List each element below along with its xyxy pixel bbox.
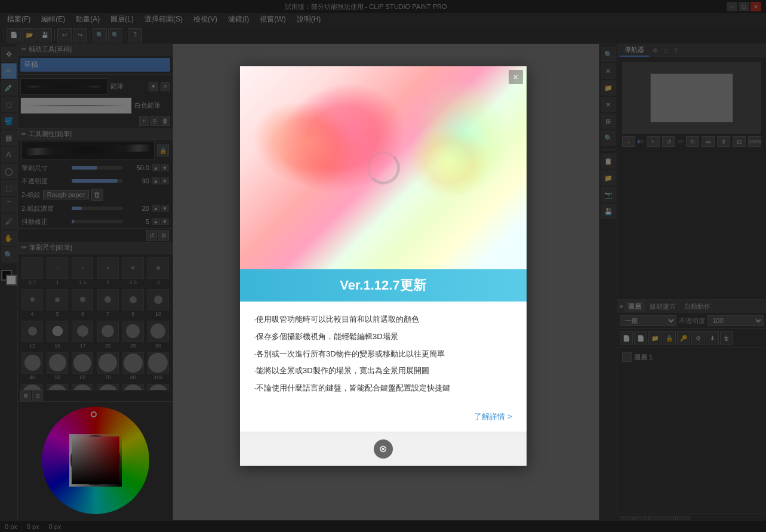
- feature-item-3: ·各別或一次進行所有3D物件的變形或移動比以往更簡單: [254, 346, 512, 363]
- modal-dialog: × Ver.1.12.7更新 ·使用吸管功能時可以比較目前和以前選取的顏色 ·保…: [240, 66, 527, 466]
- modal-overlay[interactable]: × Ver.1.12.7更新 ·使用吸管功能時可以比較目前和以前選取的顏色 ·保…: [0, 0, 766, 532]
- modal-version-text: Ver.1.12.7更新: [340, 278, 426, 293]
- splash-blob-4: [407, 126, 491, 198]
- loading-spinner-container: [367, 151, 400, 184]
- modal-bottom: ⊗: [240, 432, 527, 466]
- modal-detail-link[interactable]: 了解詳情 >: [474, 412, 512, 421]
- feature-item-1: ·使用吸管功能時可以比較目前和以前選取的顏色: [254, 311, 512, 328]
- loading-spinner: [367, 151, 400, 184]
- modal-footer: 了解詳情 >: [240, 407, 527, 432]
- feature-item-2: ·保存多個攝影機視角，能輕鬆編輯3D場景: [254, 328, 512, 346]
- feature-item-5: ·不論使用什麼語言的鍵盤，皆能配合鍵盤配置設定快捷鍵: [254, 380, 512, 397]
- modal-splash-image: [240, 66, 527, 269]
- modal-version-bar: Ver.1.12.7更新: [240, 269, 527, 302]
- modal-bottom-close-icon: ⊗: [379, 443, 387, 454]
- modal-bottom-close-btn[interactable]: ⊗: [374, 439, 393, 459]
- feature-item-4: ·能將以全景或3D製作的場景，寬出為全景用展開圖: [254, 362, 512, 380]
- modal-close-x-button[interactable]: ×: [509, 70, 523, 84]
- modal-content: ·使用吸管功能時可以比較目前和以前選取的顏色 ·保存多個攝影機視角，能輕鬆編輯3…: [240, 302, 527, 407]
